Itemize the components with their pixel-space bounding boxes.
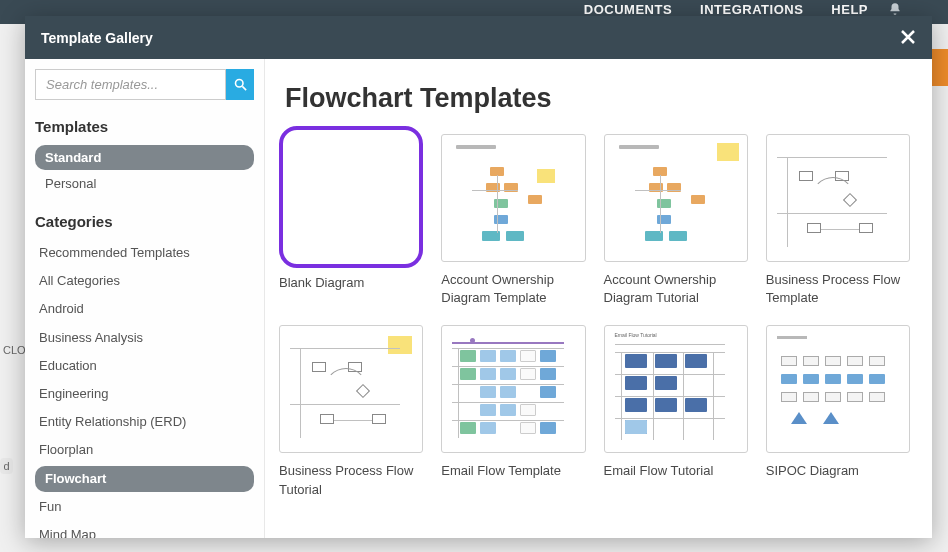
search-input[interactable] — [35, 69, 226, 100]
category-entity-relationship-erd-[interactable]: Entity Relationship (ERD) — [35, 409, 254, 435]
category-list: Recommended TemplatesAll CategoriesAndro… — [35, 240, 254, 538]
categories-heading: Categories — [35, 213, 254, 230]
category-android[interactable]: Android — [35, 296, 254, 322]
search-button[interactable] — [226, 69, 254, 100]
template-label: Blank Diagram — [279, 274, 423, 292]
template-card-email-flow-tutorial[interactable]: Email Flow Tutorial Email Flow Tutorial — [604, 325, 748, 498]
template-thumbnail — [766, 325, 910, 453]
category-recommended-templates[interactable]: Recommended Templates — [35, 240, 254, 266]
template-thumbnail — [441, 134, 585, 262]
template-gallery-modal: Template Gallery Templates Standard Pers… — [25, 16, 932, 538]
category-mind-map[interactable]: Mind Map — [35, 522, 254, 538]
template-label: SIPOC Diagram — [766, 462, 910, 480]
modal-body: Templates Standard Personal Categories R… — [25, 59, 932, 538]
template-card-blank-diagram[interactable]: Blank Diagram — [279, 134, 423, 307]
template-label: Account Ownership Diagram Tutorial — [604, 271, 748, 307]
template-thumbnail — [441, 325, 585, 453]
nav-help[interactable]: HELP — [831, 2, 868, 17]
template-thumbnail: Email Flow Tutorial — [604, 325, 748, 453]
modal-title: Template Gallery — [41, 30, 153, 46]
search-row — [35, 69, 254, 100]
category-business-analysis[interactable]: Business Analysis — [35, 325, 254, 351]
category-education[interactable]: Education — [35, 353, 254, 379]
template-card-sipoc-diagram[interactable]: SIPOC Diagram — [766, 325, 910, 498]
template-type-list: Standard Personal — [35, 145, 254, 197]
nav-integrations[interactable]: INTEGRATIONS — [700, 2, 803, 17]
template-label: Business Process Flow Template — [766, 271, 910, 307]
template-type-personal[interactable]: Personal — [35, 171, 254, 196]
template-card-account-ownership-diagram-tutorial[interactable]: Account Ownership Diagram Tutorial — [604, 134, 748, 307]
templates-heading: Templates — [35, 118, 254, 135]
category-engineering[interactable]: Engineering — [35, 381, 254, 407]
template-content: Flowchart Templates Blank Diagram Accoun… — [265, 59, 932, 538]
template-card-account-ownership-diagram-template[interactable]: Account Ownership Diagram Template — [441, 134, 585, 307]
category-floorplan[interactable]: Floorplan — [35, 437, 254, 463]
template-label: Email Flow Tutorial — [604, 462, 748, 480]
orange-accent — [932, 49, 948, 86]
category-flowchart[interactable]: Flowchart — [35, 466, 254, 492]
category-fun[interactable]: Fun — [35, 494, 254, 520]
template-card-business-process-flow-tutorial[interactable]: Business Process Flow Tutorial — [279, 325, 423, 498]
template-card-business-process-flow-template[interactable]: Business Process Flow Template — [766, 134, 910, 307]
template-grid: Blank Diagram Account Ownership Diagram … — [279, 134, 910, 499]
template-label: Business Process Flow Tutorial — [279, 462, 423, 498]
close-button[interactable] — [900, 27, 916, 49]
template-thumbnail — [766, 134, 910, 262]
content-title: Flowchart Templates — [285, 83, 910, 114]
svg-point-0 — [235, 80, 243, 88]
template-thumbnail — [279, 126, 423, 268]
category-all-categories[interactable]: All Categories — [35, 268, 254, 294]
template-thumbnail — [279, 325, 423, 453]
nav-documents[interactable]: DOCUMENTS — [584, 2, 672, 17]
sidebar: Templates Standard Personal Categories R… — [25, 59, 265, 538]
modal-header: Template Gallery — [25, 16, 932, 59]
template-label: Account Ownership Diagram Template — [441, 271, 585, 307]
template-card-email-flow-template[interactable]: Email Flow Template — [441, 325, 585, 498]
template-type-standard[interactable]: Standard — [35, 145, 254, 170]
template-label: Email Flow Template — [441, 462, 585, 480]
svg-line-1 — [242, 86, 246, 90]
template-thumbnail — [604, 134, 748, 262]
